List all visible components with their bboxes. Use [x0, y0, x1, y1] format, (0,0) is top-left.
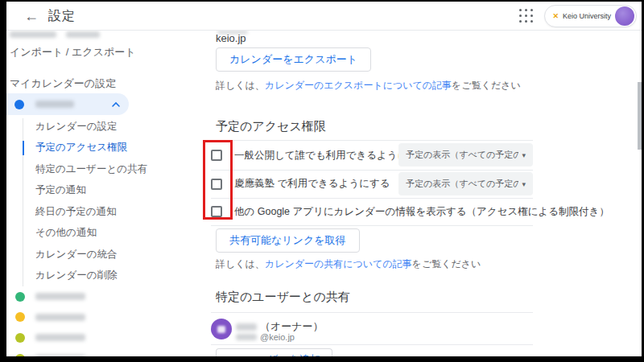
sidebar-calendar-item[interactable]	[10, 348, 85, 356]
redacted-email-local-part	[236, 334, 257, 340]
public-access-checkbox[interactable]	[211, 150, 222, 161]
calendar-color-dot	[14, 100, 24, 109]
sidebar-item-delete-calendar[interactable]: カレンダーの削除	[29, 265, 147, 287]
org-access-dropdown[interactable]: 予定の表示（すべての予定の詳細） ▾	[398, 172, 533, 195]
permission-label: 慶應義塾 で利用できるようにする	[234, 177, 390, 191]
app-window: ← 設定 ✕ Keio University インポート / エクスポート マイ…	[6, 2, 642, 356]
calendar-color-dot	[15, 312, 25, 322]
owner-email-row: @keio.jp	[236, 332, 295, 342]
account-badge[interactable]: ✕ Keio University	[544, 5, 637, 27]
sidebar-item-share-with-users[interactable]: 特定のユーザーとの共有	[29, 158, 147, 180]
redacted-calendar-name	[35, 314, 85, 321]
public-access-dropdown[interactable]: 予定の表示（すべての予定の詳細） ▾	[398, 143, 533, 167]
dropdown-value: 予定の表示（すべての予定の詳細）	[406, 149, 518, 161]
apps-grid-icon[interactable]	[519, 9, 534, 23]
back-arrow-icon: ←	[24, 8, 39, 25]
sidebar-calendar-item[interactable]	[10, 327, 85, 348]
add-user-button[interactable]: ＋ ユーザーを追加	[216, 348, 332, 356]
export-calendar-button[interactable]: カレンダーをエクスポート	[216, 47, 371, 72]
settings-header: ← 設定 ✕ Keio University	[6, 2, 642, 31]
export-help-text: 詳しくは、カレンダーのエクスポートについての記事をご覧ください	[216, 79, 521, 93]
sidebar-item-allday-notifications[interactable]: 終日の予定の通知	[29, 201, 147, 223]
sidebar-item-access-permissions[interactable]: 予定のアクセス権限	[29, 138, 147, 159]
help-prefix: 詳しくは、	[216, 80, 265, 91]
share-article-link[interactable]: カレンダーの共有についての記事	[265, 258, 412, 269]
get-shareable-link-button[interactable]: 共有可能なリンクを取得	[216, 228, 360, 253]
org-name-label: Keio University	[563, 12, 611, 20]
caret-down-icon: ▾	[522, 180, 526, 188]
sidebar-item-import-export[interactable]: インポート / エクスポート	[10, 45, 136, 60]
sidebar-submenu: カレンダーの設定 予定のアクセス権限 特定のユーザーとの共有 予定の通知 終日の…	[29, 116, 147, 286]
keio-emblem-icon: ✕	[552, 12, 559, 20]
sidebar-other-calendars	[10, 286, 85, 356]
share-with-users-title: 特定のユーザーとの共有	[216, 290, 350, 305]
redacted-owner-name	[236, 323, 257, 331]
divider	[211, 225, 533, 226]
help-suffix: をご覧ください	[452, 80, 521, 91]
permission-row-public: 一般公開して誰でも利用できるようにする	[211, 141, 428, 170]
access-permissions-title: 予定のアクセス権限	[216, 119, 326, 134]
calendar-color-dot	[15, 354, 25, 356]
owner-email-domain: @keio.jp	[260, 332, 295, 342]
org-access-checkbox[interactable]	[211, 179, 222, 190]
add-user-label: ユーザーを追加	[246, 352, 320, 357]
sidebar-section-my-calendars: マイカレンダーの設定	[10, 76, 116, 91]
permission-row-organization: 慶應義塾 で利用できるようにする	[211, 170, 390, 198]
user-avatar[interactable]	[615, 6, 634, 26]
calendar-color-dot	[15, 292, 25, 302]
redacted-sidebar-item	[10, 31, 56, 38]
dropdown-value: 予定の表示（すべての予定の詳細）	[406, 178, 518, 190]
redacted-calendar-name	[35, 101, 74, 108]
export-article-link[interactable]: カレンダーのエクスポートについての記事	[265, 80, 452, 91]
divider	[211, 344, 533, 345]
calendar-domain-text: keio.jp	[216, 32, 246, 44]
permission-label: 他の Google アプリにカレンダーの情報を表示する（アクセス権による制限付き…	[234, 205, 609, 219]
redacted-sidebar-item	[66, 31, 100, 38]
page-title: 設定	[48, 8, 76, 25]
plus-icon: ＋	[228, 352, 240, 356]
calendar-color-dot	[15, 333, 25, 343]
permission-row-google-apps: 他の Google アプリにカレンダーの情報を表示する（アクセス権による制限付き…	[211, 198, 609, 225]
back-button[interactable]: ←	[21, 6, 42, 27]
share-help-text: 詳しくは、カレンダーの共有についての記事をご覧ください	[216, 257, 481, 271]
sidebar-item-other-notifications[interactable]: その他の通知	[29, 223, 147, 245]
sidebar-item-event-notifications[interactable]: 予定の通知	[29, 180, 147, 202]
google-apps-checkbox[interactable]	[211, 206, 222, 217]
header-right-cluster: ✕ Keio University	[519, 2, 637, 31]
sidebar-item-calendar-settings[interactable]: カレンダーの設定	[29, 116, 147, 138]
sidebar-calendar-item[interactable]	[10, 307, 85, 328]
redacted-calendar-name	[35, 293, 85, 300]
caret-down-icon: ▾	[522, 151, 526, 159]
help-suffix: をご覧ください	[412, 258, 481, 269]
owner-avatar	[211, 319, 232, 339]
chevron-up-icon[interactable]	[111, 101, 121, 108]
scrollbar-thumb[interactable]	[638, 82, 642, 150]
sidebar-item-calendar-integration[interactable]: カレンダーの統合	[29, 244, 147, 265]
redacted-calendar-name	[35, 334, 85, 341]
divider	[211, 312, 533, 313]
redacted-calendar-name	[35, 355, 85, 356]
redacted-avatar-initial	[217, 326, 225, 333]
help-prefix: 詳しくは、	[216, 258, 265, 269]
sidebar-calendar-item[interactable]	[10, 286, 85, 307]
sidebar-selected-calendar[interactable]	[6, 93, 129, 115]
